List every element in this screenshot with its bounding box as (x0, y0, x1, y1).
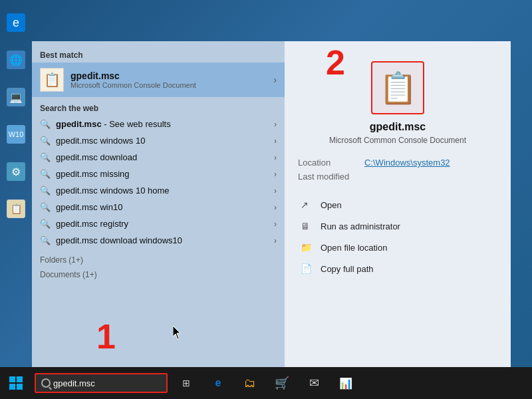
taskbar-task-view-icon[interactable]: ⊞ (173, 367, 200, 399)
search-results-panel: Best match 📋 gpedit.msc Microsoft Common… (32, 41, 285, 367)
web-section-label: Search the web (32, 100, 285, 116)
taskbar-explorer-icon[interactable]: 🗂 (237, 367, 263, 399)
arrow-icon-0: › (274, 120, 277, 129)
best-match-arrow-icon: › (273, 74, 277, 85)
arrow-icon-5: › (274, 203, 277, 212)
action-admin-label: Run as administrator (321, 221, 400, 231)
web-search-item-6[interactable]: 🔍 gpedit.msc registry › (32, 215, 285, 232)
web-search-item-7[interactable]: 🔍 gpedit.msc download windows10 › (32, 232, 285, 249)
best-match-file-icon: 📋 (40, 68, 64, 92)
taskbar-search-text: gpedit.msc (53, 378, 95, 388)
start-button[interactable] (0, 367, 32, 399)
copy-icon: 📄 (301, 263, 314, 274)
action-run-as-admin[interactable]: 🖥 Run as administrator (298, 215, 497, 237)
web-section: Search the web 🔍 gpedit.msc - See web re… (32, 97, 285, 251)
folder-icon: 📁 (301, 242, 314, 253)
file-name: gpedit.msc (370, 121, 426, 133)
web-search-text-5: gpedit.msc win10 (56, 202, 274, 212)
arrow-icon-7: › (274, 236, 277, 245)
action-list: ↗ Open 🖥 Run as administrator 📁 Open fil… (298, 194, 497, 279)
admin-icon: 🖥 (301, 221, 314, 231)
web-search-text-2: gpedit.msc download (56, 152, 274, 162)
search-icon-2: 🔍 (40, 152, 51, 162)
taskbar-pinned-icons: ⊞ e 🗂 🛒 ✉ 📊 (173, 367, 359, 399)
arrow-icon-2: › (274, 153, 277, 162)
windows-logo-icon (9, 376, 23, 390)
best-match-info: gpedit.msc Microsoft Common Console Docu… (70, 70, 273, 89)
web-search-text-6: gpedit.msc registry (56, 219, 274, 229)
location-value[interactable]: C:\Windows\system32 (364, 158, 450, 168)
web-search-item-1[interactable]: 🔍 gpedit.msc windows 10 › (32, 132, 285, 149)
desktop-icon-control-panel[interactable]: ⚙ (3, 154, 29, 189)
desktop-icon-this-pc[interactable]: 💻 (3, 80, 29, 114)
web-search-text-4: gpedit.msc windows 10 home (56, 186, 274, 196)
web-search-text-3: gpedit.msc missing (56, 169, 274, 179)
action-open[interactable]: ↗ Open (298, 194, 497, 215)
open-icon: ↗ (301, 200, 314, 210)
folders-label: Folders (1+) (32, 251, 285, 266)
taskbar-store-icon[interactable]: 🛒 (269, 367, 295, 399)
arrow-icon-1: › (274, 136, 277, 146)
taskbar-search-box[interactable]: gpedit.msc (35, 373, 168, 393)
taskbar-extra-icon[interactable]: 📊 (332, 367, 359, 399)
action-copy-path-label: Copy full path (321, 264, 374, 274)
desktop: e 🌐 💻 W10 ⚙ 📋 Best match 📋 gpedit.msc (0, 0, 532, 399)
action-open-file-location[interactable]: 📁 Open file location (298, 237, 497, 258)
search-icon-0: 🔍 (40, 119, 51, 129)
search-icon-3: 🔍 (40, 169, 51, 179)
web-search-item-3[interactable]: 🔍 gpedit.msc missing › (32, 166, 285, 182)
action-copy-full-path[interactable]: 📄 Copy full path (298, 258, 497, 279)
best-match-name: gpedit.msc (70, 70, 273, 81)
detail-panel: 📋 gpedit.msc Microsoft Common Console Do… (285, 41, 511, 367)
search-icon-4: 🔍 (40, 186, 51, 196)
taskbar-mail-icon[interactable]: ✉ (301, 367, 327, 399)
web-search-item-0[interactable]: 🔍 gpedit.msc - See web results › (32, 116, 285, 132)
documents-label: Documents (1+) (32, 266, 285, 281)
arrow-icon-4: › (274, 186, 277, 196)
taskbar-search-icon (41, 378, 51, 388)
action-open-label: Open (321, 200, 342, 210)
desktop-icon-network[interactable]: 🌐 (3, 43, 29, 77)
best-match-item[interactable]: 📋 gpedit.msc Microsoft Common Console Do… (32, 63, 285, 97)
taskbar: gpedit.msc ⊞ e 🗂 🛒 ✉ 📊 (0, 367, 532, 399)
last-modified-row: Last modified (298, 170, 497, 184)
desktop-icons-panel: e 🌐 💻 W10 ⚙ 📋 (0, 0, 32, 367)
location-label: Location (298, 158, 364, 168)
location-row: Location C:\Windows\system32 (298, 156, 497, 170)
file-icon-large: 📋 (371, 61, 424, 114)
search-icon-5: 🔍 (40, 202, 51, 212)
step-2-marker: 2 (326, 45, 345, 80)
file-type: Microsoft Common Console Document (329, 136, 466, 145)
web-search-text-1: gpedit.msc windows 10 (56, 136, 274, 146)
best-match-label: Best match (32, 47, 285, 63)
search-icon-7: 🔍 (40, 235, 51, 245)
desktop-icon-edge[interactable]: e (3, 5, 29, 40)
last-modified-label: Last modified (298, 172, 364, 182)
desktop-icon-win10[interactable]: W10 (3, 117, 29, 152)
desktop-icon-gpedit[interactable]: 📋 (3, 192, 29, 226)
web-search-item-2[interactable]: 🔍 gpedit.msc download › (32, 149, 285, 166)
web-search-item-4[interactable]: 🔍 gpedit.msc windows 10 home › (32, 182, 285, 199)
search-icon-6: 🔍 (40, 219, 51, 229)
step-1-marker: 1 (96, 319, 116, 354)
file-meta: Location C:\Windows\system32 Last modifi… (298, 156, 497, 184)
taskbar-edge-icon[interactable]: e (205, 367, 231, 399)
arrow-icon-3: › (274, 170, 277, 179)
arrow-icon-6: › (274, 219, 277, 229)
web-search-text-7: gpedit.msc download windows10 (56, 235, 274, 245)
web-search-item-5[interactable]: 🔍 gpedit.msc win10 › (32, 199, 285, 215)
search-icon-1: 🔍 (40, 136, 51, 146)
action-file-location-label: Open file location (321, 243, 387, 253)
best-match-type: Microsoft Common Console Document (70, 81, 273, 89)
web-search-text-0: gpedit.msc - See web results (56, 119, 274, 129)
